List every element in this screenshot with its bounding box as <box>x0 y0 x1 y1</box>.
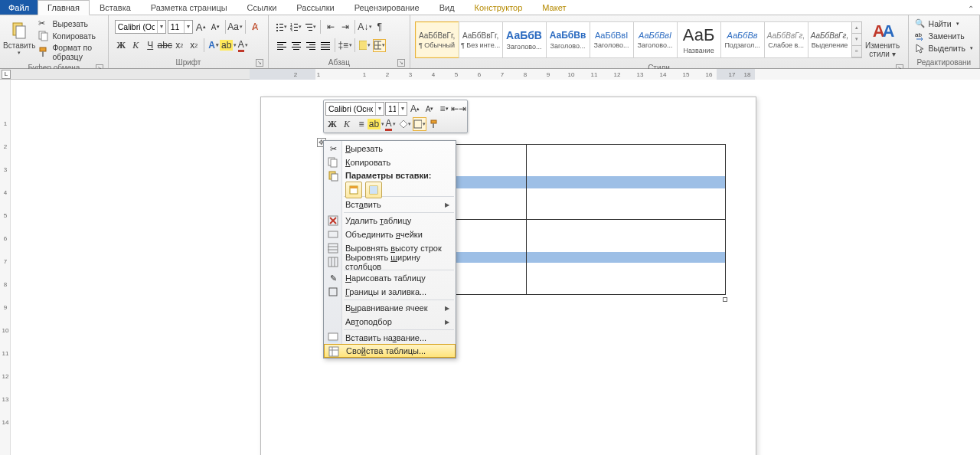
ctx-insert[interactable]: Вставить▶ <box>324 198 456 211</box>
mini-indent[interactable]: ⇤⇥ <box>452 102 466 116</box>
replace-button[interactable]: abЗаменить <box>915 31 973 41</box>
align-left-button[interactable] <box>275 39 288 52</box>
shading-button[interactable] <box>358 39 371 52</box>
bold-button[interactable]: Ж <box>115 39 128 52</box>
sort-button[interactable]: A↓ <box>358 21 371 34</box>
numbering-button[interactable]: 123 <box>289 21 302 34</box>
format-painter-button[interactable]: Формат по образцу <box>38 43 101 61</box>
ribbon-expand-icon[interactable]: ⌃ <box>962 3 980 15</box>
line-spacing-button[interactable]: ‡≡ <box>338 39 351 52</box>
style-tile-4[interactable]: АаБбВвІЗаголово... <box>590 21 634 58</box>
mini-center[interactable]: ≡ <box>354 117 368 131</box>
style-tile-0[interactable]: АаБбВвГг,¶ Обычный <box>415 21 459 58</box>
align-center-button[interactable] <box>289 39 302 52</box>
font-launcher[interactable]: ↘ <box>256 59 263 67</box>
align-justify-button[interactable] <box>318 39 332 52</box>
ctx-autofit[interactable]: Автоподбор▶ <box>324 315 456 329</box>
style-tile-8[interactable]: АаБбВвГг,Слабое в... <box>764 21 808 58</box>
ctx-cut[interactable]: ✂Вырезать <box>324 142 456 155</box>
mini-bold[interactable]: Ж <box>325 117 339 131</box>
mini-shading[interactable] <box>398 117 412 131</box>
style-tile-1[interactable]: АаБбВвГг,¶ Без инте... <box>459 21 503 58</box>
tab-table-design[interactable]: Конструктор <box>465 0 533 15</box>
ctx-table-properties[interactable]: Свойства таблицы... <box>324 344 456 358</box>
mini-italic[interactable]: К <box>340 117 354 131</box>
mini-shrink-font[interactable]: A▾ <box>423 102 436 116</box>
text-effects-button[interactable]: A <box>207 39 220 52</box>
paste-button[interactable]: Вставить ▾ <box>3 17 35 60</box>
tab-references[interactable]: Ссылки <box>237 0 287 15</box>
underline-button[interactable]: Ч <box>144 39 157 52</box>
tab-mailings[interactable]: Рассылки <box>286 0 344 15</box>
svg-rect-35 <box>321 47 330 47</box>
clear-formatting-button[interactable]: A̷ <box>249 21 262 34</box>
ctx-merge-cells[interactable]: Объединить ячейки <box>324 228 456 241</box>
tab-selector[interactable]: L <box>2 70 11 79</box>
bullets-button[interactable] <box>275 21 288 34</box>
vertical-ruler[interactable]: 1234567891011121314 <box>0 80 11 455</box>
mini-font-combo[interactable]: ▾ <box>325 102 384 116</box>
tab-table-layout[interactable]: Макет <box>532 0 576 15</box>
superscript-button[interactable]: x2 <box>188 39 201 52</box>
ctx-copy[interactable]: Копировать <box>324 155 456 169</box>
style-tile-7[interactable]: АаБбВвПодзагол... <box>720 21 765 58</box>
ctx-borders-shading[interactable]: Границы и заливка... <box>324 285 456 299</box>
change-case-button[interactable]: Aa <box>229 21 242 34</box>
tab-review[interactable]: Рецензирование <box>345 0 430 15</box>
indent-increase-button[interactable]: ⇥ <box>338 21 351 34</box>
style-tile-6[interactable]: АаБНазвание <box>677 21 721 58</box>
shrink-font-button[interactable]: A▾ <box>209 21 222 34</box>
paste-merge-formatting[interactable] <box>365 182 382 198</box>
font-color-button[interactable]: A <box>237 39 250 52</box>
mini-grow-font[interactable]: A▴ <box>408 102 422 116</box>
ctx-draw-table[interactable]: ✎Нарисовать таблицу <box>324 271 456 285</box>
highlight-button[interactable]: ab <box>222 39 235 52</box>
tab-home[interactable]: Главная <box>38 0 90 15</box>
font-name-combo[interactable]: ▾ <box>115 20 166 34</box>
copy-button[interactable]: Копировать <box>38 31 101 41</box>
ctx-delete-table[interactable]: Удалить таблицу <box>324 214 456 228</box>
multilevel-button[interactable] <box>304 21 317 34</box>
strike-button[interactable]: abc <box>158 39 172 52</box>
font-size-combo[interactable]: ▾ <box>168 20 193 34</box>
mini-styles[interactable]: ≡▾ <box>437 102 451 116</box>
change-styles-button[interactable]: AAИзменить стили ▾ <box>862 18 903 61</box>
align-right-button[interactable] <box>304 39 317 52</box>
tab-insert[interactable]: Вставка <box>90 0 141 15</box>
paragraph-launcher[interactable]: ↘ <box>397 59 405 67</box>
find-button[interactable]: 🔍Найти▾ <box>915 18 973 29</box>
svg-rect-7 <box>279 24 283 25</box>
paste-keep-formatting[interactable] <box>345 182 362 198</box>
ctx-cell-alignment[interactable]: Выравнивание ячеек▶ <box>324 301 456 315</box>
style-tile-5[interactable]: АаБбВвІЗаголово... <box>633 21 678 58</box>
mini-highlight[interactable]: ab <box>369 117 383 131</box>
tab-file[interactable]: Файл <box>0 0 38 15</box>
select-button[interactable]: Выделить▾ <box>915 43 973 54</box>
svg-text:6: 6 <box>4 235 8 242</box>
tab-view[interactable]: Вид <box>430 0 465 15</box>
mini-format-painter[interactable] <box>427 117 441 131</box>
grow-font-button[interactable]: A▴ <box>194 21 207 34</box>
italic-button[interactable]: К <box>129 39 142 52</box>
show-marks-button[interactable]: ¶ <box>373 21 386 34</box>
borders-button[interactable] <box>373 39 386 52</box>
style-tile-9[interactable]: АаБбВвГг,Выделение <box>808 21 852 58</box>
tab-page-layout[interactable]: Разметка страницы <box>141 0 237 15</box>
ctx-paste-options: Параметры вставки: <box>324 169 456 195</box>
cut-button[interactable]: ✂Вырезать <box>38 18 101 29</box>
copy-icon <box>327 156 339 169</box>
svg-rect-32 <box>309 49 315 50</box>
mini-borders[interactable] <box>413 117 426 131</box>
styles-scroller[interactable]: ▴▾≡ <box>851 21 862 58</box>
horizontal-ruler[interactable]: 21 123 456 789 101112 131415 161718 <box>250 69 980 80</box>
style-tile-2[interactable]: АаБбВЗаголово... <box>502 21 547 58</box>
indent-decrease-button[interactable]: ⇤ <box>324 21 337 34</box>
table-resize-handle[interactable] <box>723 297 727 302</box>
mini-size-combo[interactable]: ▾ <box>385 102 407 116</box>
mini-font-color[interactable]: A <box>384 117 397 131</box>
document-canvas[interactable]: ✥ ▾ ▾ A▴ A▾ ≡▾ ⇤⇥ Ж К ≡ ab A <box>11 80 980 455</box>
ctx-insert-caption[interactable]: Вставить название... <box>324 331 456 345</box>
ctx-distribute-cols[interactable]: Выровнять ширину столбцов <box>324 255 456 269</box>
subscript-button[interactable]: x2 <box>173 39 186 52</box>
style-tile-3[interactable]: АаБбВвЗаголово... <box>546 21 590 58</box>
